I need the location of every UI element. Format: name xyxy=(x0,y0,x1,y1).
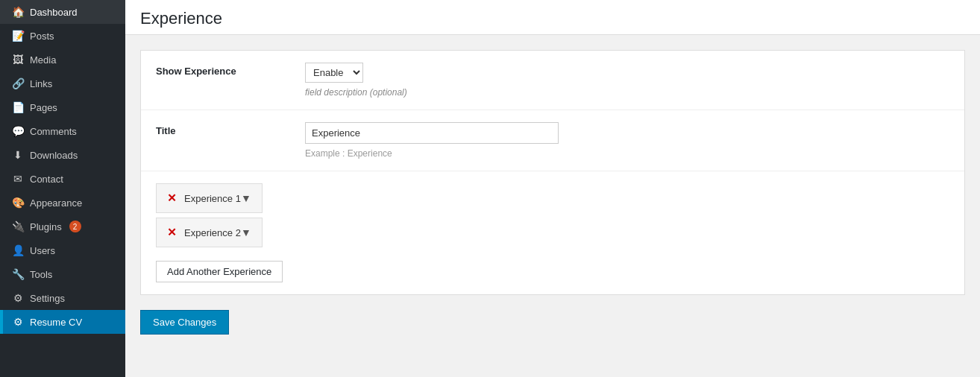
plugins-badge: 2 xyxy=(69,221,81,232)
sidebar-item-label: Contact xyxy=(30,174,63,185)
sidebar-item-plugins[interactable]: 🔌 Plugins 2 xyxy=(0,215,125,238)
sidebar-item-pages[interactable]: 📄 Pages xyxy=(0,95,125,119)
sidebar-item-label: Pages xyxy=(30,102,57,113)
exp2-label: Experience 2 xyxy=(184,227,241,238)
sidebar: 🏠 Dashboard 📝 Posts 🖼 Media 🔗 Links 📄 Pa… xyxy=(0,0,125,377)
comments-icon: 💬 xyxy=(12,125,24,137)
add-experience-button[interactable]: Add Another Experience xyxy=(156,261,283,282)
sidebar-item-label: Links xyxy=(30,78,52,89)
show-experience-field: Enable Disable field description (option… xyxy=(305,63,949,98)
experiences-row: ✕ Experience 1 ▼ ✕ Experience 2 ▼ Add An… xyxy=(141,171,964,294)
experience-item-2[interactable]: ✕ Experience 2 ▼ xyxy=(156,218,263,247)
settings-icon: ⚙ xyxy=(12,292,24,304)
title-input[interactable] xyxy=(305,122,559,144)
resume-cv-icon: ⚙ xyxy=(12,316,24,328)
sidebar-item-label: Tools xyxy=(30,269,52,280)
sidebar-item-posts[interactable]: 📝 Posts xyxy=(0,24,125,48)
experience-item-1[interactable]: ✕ Experience 1 ▼ xyxy=(156,183,263,213)
plugins-icon: 🔌 xyxy=(12,221,24,232)
exp2-chevron-icon: ▼ xyxy=(241,226,251,238)
posts-icon: 📝 xyxy=(12,30,24,42)
save-changes-button[interactable]: Save Changes xyxy=(140,310,229,335)
content-wrap: Show Experience Enable Disable field des… xyxy=(125,35,980,364)
sidebar-item-label: Settings xyxy=(30,293,65,304)
sidebar-item-links[interactable]: 🔗 Links xyxy=(0,72,125,95)
pages-icon: 📄 xyxy=(12,101,24,113)
remove-exp1-button[interactable]: ✕ xyxy=(167,191,177,205)
downloads-icon: ⬇ xyxy=(12,149,24,161)
remove-exp2-button[interactable]: ✕ xyxy=(167,226,177,239)
show-experience-row: Show Experience Enable Disable field des… xyxy=(141,51,964,110)
sidebar-item-contact[interactable]: ✉ Contact xyxy=(0,167,125,191)
dashboard-icon: 🏠 xyxy=(12,6,24,18)
sidebar-item-users[interactable]: 👤 Users xyxy=(0,238,125,262)
sidebar-item-label: Comments xyxy=(30,126,77,137)
sidebar-item-label: Dashboard xyxy=(30,7,78,18)
exp1-chevron-icon: ▼ xyxy=(241,192,251,204)
title-label: Title xyxy=(156,122,305,136)
title-row: Title Example : Experience xyxy=(141,110,964,171)
sidebar-item-downloads[interactable]: ⬇ Downloads xyxy=(0,143,125,167)
sidebar-item-label: Plugins xyxy=(30,221,62,232)
save-row: Save Changes xyxy=(140,310,965,349)
page-title-bar: Experience xyxy=(125,0,980,35)
show-experience-label: Show Experience xyxy=(156,63,305,77)
appearance-icon: 🎨 xyxy=(12,197,24,209)
sidebar-item-label: Users xyxy=(30,245,55,256)
experience-items: ✕ Experience 1 ▼ ✕ Experience 2 ▼ xyxy=(156,183,263,252)
sidebar-item-media[interactable]: 🖼 Media xyxy=(0,48,125,72)
sidebar-item-label: Posts xyxy=(30,31,54,42)
show-experience-desc: field description (optional) xyxy=(305,87,949,98)
title-field: Example : Experience xyxy=(305,122,949,159)
sidebar-item-tools[interactable]: 🔧 Tools xyxy=(0,262,125,286)
links-icon: 🔗 xyxy=(12,77,24,89)
sidebar-item-comments[interactable]: 💬 Comments xyxy=(0,119,125,143)
contact-icon: ✉ xyxy=(12,173,24,185)
tools-icon: 🔧 xyxy=(12,268,24,280)
page-title: Experience xyxy=(140,9,965,28)
sidebar-item-label: Media xyxy=(30,54,56,66)
settings-box: Show Experience Enable Disable field des… xyxy=(140,50,965,295)
sidebar-item-resume-cv[interactable]: ⚙ Resume CV xyxy=(0,310,125,334)
sidebar-item-label: Resume CV xyxy=(30,317,82,328)
title-example: Example : Experience xyxy=(305,148,949,159)
show-experience-select[interactable]: Enable Disable xyxy=(305,63,363,83)
main-content: Experience Show Experience Enable Disabl… xyxy=(125,0,980,377)
sidebar-item-dashboard[interactable]: 🏠 Dashboard xyxy=(0,0,125,24)
media-icon: 🖼 xyxy=(12,54,24,66)
sidebar-item-settings[interactable]: ⚙ Settings xyxy=(0,286,125,310)
sidebar-item-appearance[interactable]: 🎨 Appearance xyxy=(0,191,125,215)
exp1-label: Experience 1 xyxy=(184,193,241,204)
sidebar-item-label: Downloads xyxy=(30,150,78,161)
users-icon: 👤 xyxy=(12,244,24,256)
sidebar-item-label: Appearance xyxy=(30,197,82,209)
